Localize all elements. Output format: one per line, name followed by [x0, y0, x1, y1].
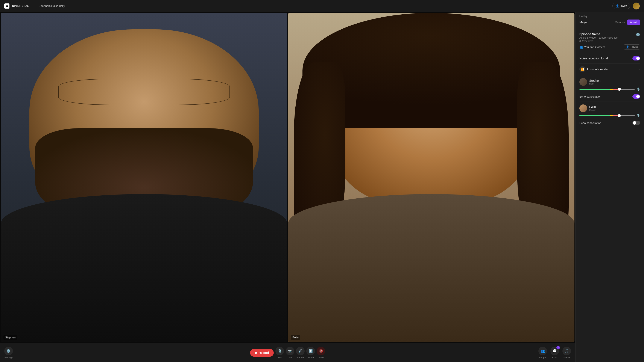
- logo-box: ▣: [4, 3, 10, 8]
- stephen-video-content: [1, 13, 287, 175]
- polin-video-content: [288, 13, 312, 175]
- video-area: Stephen Polin: [0, 12, 312, 175]
- session-title: Stephen's talks daily: [40, 4, 65, 7]
- video-tile-polin: Polin: [288, 13, 312, 175]
- brand-name: RIVERSIDE: [12, 4, 29, 7]
- video-tile-stephen: Stephen: [1, 13, 287, 175]
- logo-area: ▣ RIVERSIDE Stephen's talks daily: [4, 3, 65, 8]
- riverside-logo-icon: ▣: [6, 4, 8, 7]
- header: ▣ RIVERSIDE Stephen's talks daily 👤 Invi…: [0, 0, 312, 12]
